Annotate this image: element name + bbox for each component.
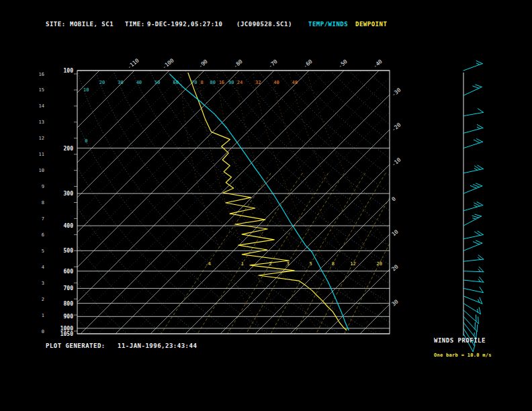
- plot-generated-label: PLOT GENERATED:: [46, 342, 105, 349]
- wind-barb: [463, 214, 481, 226]
- plot-generated-value: 11-JAN-1996,23:43:44: [118, 342, 197, 349]
- axis-label: 20: [391, 263, 400, 272]
- axis-label: 14: [39, 103, 44, 109]
- axis-label: -20: [391, 122, 402, 132]
- site-label: SITE:: [46, 21, 66, 28]
- axis-label: 11: [39, 152, 44, 157]
- axis-label: 16: [39, 72, 44, 77]
- axis-label: 12: [350, 261, 355, 267]
- wind-barb: [463, 85, 482, 95]
- axis-label: 8: [42, 200, 44, 205]
- grid-lines: [0, 71, 532, 334]
- wind-barb: [463, 240, 482, 250]
- wind-barb: [463, 316, 478, 331]
- axis-label: 800: [64, 301, 74, 307]
- axis-label: 1: [42, 313, 44, 318]
- axis-label: 600: [64, 269, 74, 275]
- time-value: 9-DEC-1992,05:27:10: [147, 21, 222, 28]
- axis-label: -110: [126, 57, 140, 70]
- wind-barb: [463, 61, 482, 71]
- axis-label: 300: [64, 191, 74, 197]
- winds-profile-subtitle: One barb = 10.0 m/s: [434, 353, 492, 358]
- file-id: (JC090528.SC1): [236, 21, 292, 28]
- temperature-trace: [169, 74, 349, 330]
- axis-label: 50: [154, 80, 160, 85]
- axis-label: 3: [286, 261, 289, 267]
- axis-label: -80: [232, 58, 244, 69]
- axis-label: 2: [42, 297, 44, 302]
- wind-barb: [463, 267, 484, 271]
- axis-label: .4: [206, 261, 211, 267]
- axis-label: -10: [391, 156, 402, 167]
- axis-label: 500: [64, 248, 74, 254]
- grid-value-labels: 010203040506070809081624324048.412358122…: [83, 80, 382, 267]
- axis-label: 4: [42, 265, 44, 270]
- axis-label: 0: [85, 138, 87, 144]
- axis-label: -70: [267, 58, 279, 69]
- wind-barb: [463, 322, 477, 338]
- axis-label: 30: [118, 80, 123, 85]
- axis-label: 32: [255, 80, 261, 85]
- axis-label: 20: [376, 261, 382, 267]
- axis-label: -100: [161, 57, 175, 70]
- legend-temp-winds: TEMP/WINDS: [308, 21, 348, 28]
- axis-label: 13: [39, 120, 44, 125]
- axis-label: 1: [241, 261, 244, 267]
- axis-label: 100: [64, 68, 74, 74]
- axis-label: 15: [39, 87, 44, 93]
- site-value: MOBILE, SC1: [70, 21, 114, 28]
- axis-label: 900: [64, 314, 74, 320]
- axis-label: 1050: [60, 331, 73, 337]
- axis-label: 400: [64, 223, 74, 229]
- axis-label: 7: [42, 216, 44, 222]
- axis-labels: 1002003004005006007008009001000105016151…: [39, 57, 402, 337]
- wind-barb: [463, 125, 483, 134]
- axis-label: 30: [391, 298, 400, 307]
- wind-barb: [463, 255, 484, 261]
- time-label: TIME:: [125, 21, 145, 28]
- wind-barb: [463, 231, 483, 239]
- wind-barb: [463, 165, 483, 173]
- plot-frame: [77, 71, 390, 334]
- axis-label: 9: [42, 184, 44, 189]
- axis-label: 10: [39, 168, 44, 173]
- axis-label: 40: [136, 80, 142, 85]
- wind-barb: [463, 109, 484, 116]
- axis-label: 10: [83, 87, 89, 93]
- winds-profile-title: WINDS PROFILE: [434, 337, 486, 344]
- wind-barb: [463, 139, 483, 148]
- axis-label: 2: [269, 261, 272, 267]
- axis-label: 8: [200, 80, 203, 85]
- axis-label: 24: [237, 80, 242, 85]
- wind-barb: [463, 277, 484, 282]
- wind-barb: [463, 310, 478, 324]
- wind-barb: [463, 202, 483, 211]
- axis-label: -40: [372, 58, 384, 69]
- axis-label: -30: [391, 87, 402, 97]
- axis-label: 90: [228, 80, 234, 85]
- wind-barb: [463, 183, 482, 193]
- axis-label: 0: [42, 329, 44, 334]
- axis-label: -90: [197, 58, 209, 69]
- axis-label: 12: [39, 136, 44, 141]
- axis-label: 5: [310, 261, 312, 267]
- isobar-lines: [77, 71, 390, 334]
- wind-barb: [463, 296, 482, 304]
- axis-label: -60: [302, 58, 314, 69]
- axis-label: 0: [391, 195, 398, 202]
- axis-label: 700: [64, 285, 74, 291]
- axis-label: 80: [210, 80, 215, 85]
- axis-label: 8: [332, 261, 335, 267]
- axis-label: 10: [391, 228, 400, 237]
- axis-label: 20: [99, 80, 105, 85]
- axis-label: 48: [292, 80, 297, 85]
- skewt-chart: 010203040506070809081624324048.412358122…: [0, 0, 532, 411]
- axis-label: 200: [64, 146, 74, 152]
- axis-label: 3: [42, 281, 44, 286]
- axis-label: 40: [273, 80, 279, 85]
- axis-label: 5: [42, 248, 44, 254]
- legend-dewpoint: DEWPOINT: [355, 21, 387, 28]
- axis-label: 6: [42, 232, 44, 238]
- skewt-screen: { "header": { "site_label": "SITE:", "si…: [0, 0, 532, 411]
- winds-profile-panel: [463, 61, 484, 352]
